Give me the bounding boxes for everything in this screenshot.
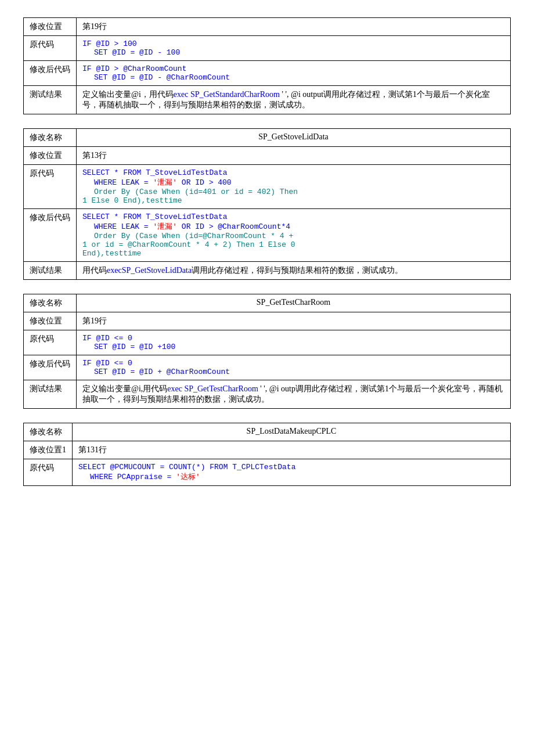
label-cell: 测试结果	[24, 380, 77, 409]
code-cell: IF @ID > 100SET @ID = @ID - 100	[77, 36, 511, 61]
section-table: 修改名称 SP_LostDataMakeupCPLC 修改位置1 第131行 原…	[23, 423, 511, 486]
label-cell: 原代码	[24, 459, 73, 486]
code-token: Order By (Case When (id=@CharRoomCount *…	[94, 232, 293, 240]
label-cell: 修改后代码	[24, 209, 77, 262]
code-row: 原代码 IF @ID <= 0SET @ID = @ID +100	[24, 330, 511, 355]
data-row: 测试结果 用代码execSP_GetStoveLidData调用此存储过程，得到…	[24, 262, 511, 280]
code-cell: IF @ID <= 0SET @ID = @ID +100	[77, 330, 511, 355]
label-cell: 修改名称	[24, 294, 77, 312]
code-token: SET @ID = @ID - @CharRoomCount	[94, 73, 230, 82]
title-cell: SP_LostDataMakeupCPLC	[73, 423, 511, 441]
code-token: '达标'	[176, 473, 200, 481]
title-cell: SP_GetTestCharRoom	[77, 294, 511, 312]
code-token: WHERE PCAppraise =	[90, 473, 176, 481]
code-token: OR ID > 400	[177, 178, 232, 187]
code-row: 修改后代码 IF @ID > @CharRoomCountSET @ID = @…	[24, 61, 511, 86]
title-row: 修改名称 SP_LostDataMakeupCPLC	[24, 423, 511, 441]
code-row: 原代码 IF @ID > 100SET @ID = @ID - 100	[24, 36, 511, 61]
code-token: WHERE LEAK =	[94, 178, 153, 187]
label-cell: 修改位置	[24, 18, 77, 36]
label-cell: 修改位置	[24, 147, 77, 165]
code-token: SELECT @PCMUCOUNT = COUNT(*) FROM T_CPLC…	[78, 463, 295, 471]
label-cell: 原代码	[24, 330, 77, 355]
value-cell: 用代码execSP_GetStoveLidData调用此存储过程，得到与预期结果…	[77, 262, 511, 280]
code-token: End),testtime	[82, 249, 141, 258]
label-cell: 修改名称	[24, 129, 77, 147]
section: 修改位置 第19行 原代码 IF @ID > 100SET @ID = @ID …	[23, 17, 511, 114]
label-cell: 原代码	[24, 165, 77, 209]
data-row: 测试结果 定义输出变量@i，用代码exec SP_GetStandardChar…	[24, 86, 511, 114]
code-token: Order By (Case When (id=401 or id = 402)…	[94, 188, 298, 196]
code-token: IF @ID <= 0	[82, 359, 132, 368]
code-row: 原代码 SELECT @PCMUCOUNT = COUNT(*) FROM T_…	[24, 459, 511, 486]
code-token: SET @ID = @ID - 100	[94, 48, 180, 57]
section-table: 修改名称 SP_GetTestCharRoom 修改位置 第19行 原代码 IF…	[23, 294, 511, 409]
code-token: IF @ID > @CharRoomCount	[82, 64, 186, 73]
label-cell: 修改位置	[24, 312, 77, 330]
title-row: 修改名称 SP_GetTestCharRoom	[24, 294, 511, 312]
code-cell: SELECT * FROM T_StoveLidTestDataWHERE LE…	[77, 165, 511, 209]
code-cell: SELECT * FROM T_StoveLidTestDataWHERE LE…	[77, 209, 511, 262]
code-token: OR ID > @CharRoomCount*4	[177, 222, 290, 231]
title-row: 修改名称 SP_GetStoveLidData	[24, 129, 511, 147]
label-cell: 修改名称	[24, 423, 73, 441]
code-cell: IF @ID > @CharRoomCountSET @ID = @ID - @…	[77, 61, 511, 86]
code-token: SELECT * FROM T_StoveLidTestData	[82, 213, 228, 221]
code-cell: IF @ID <= 0SET @ID = @ID + @CharRoomCoun…	[77, 355, 511, 380]
label-cell: 测试结果	[24, 86, 77, 114]
code-token: '泄漏'	[153, 222, 177, 231]
label-cell: 修改位置1	[24, 441, 73, 459]
value-cell: 定义输出变量@i，用代码exec SP_GetStandardCharRoom …	[77, 86, 511, 114]
data-row: 修改位置 第19行	[24, 312, 511, 330]
code-row: 原代码 SELECT * FROM T_StoveLidTestDataWHER…	[24, 165, 511, 209]
label-cell: 原代码	[24, 36, 77, 61]
label-cell: 修改后代码	[24, 61, 77, 86]
data-row: 修改位置 第19行	[24, 18, 511, 36]
code-cell: SELECT @PCMUCOUNT = COUNT(*) FROM T_CPLC…	[73, 459, 511, 486]
section-table: 修改位置 第19行 原代码 IF @ID > 100SET @ID = @ID …	[23, 17, 511, 114]
value-cell: 第19行	[77, 312, 511, 330]
title-cell: SP_GetStoveLidData	[77, 129, 511, 147]
data-row: 测试结果 定义输出变量@i,用代码exec SP_GetTestCharRoom…	[24, 380, 511, 409]
code-token: SET @ID = @ID +100	[94, 343, 175, 351]
code-token: SELECT * FROM T_StoveLidTestData	[82, 168, 228, 177]
code-row: 修改后代码 IF @ID <= 0SET @ID = @ID + @CharRo…	[24, 355, 511, 380]
code-token: SET @ID = @ID + @CharRoomCount	[94, 368, 230, 376]
value-cell: 定义输出变量@i,用代码exec SP_GetTestCharRoom ' ',…	[77, 380, 511, 409]
code-token: 1 or id = @CharRoomCount * 4 + 2) Then 1…	[82, 240, 295, 249]
highlight-span: execSP_GetStoveLidData	[107, 266, 192, 275]
data-row: 修改位置 第13行	[24, 147, 511, 165]
data-row: 修改位置1 第131行	[24, 441, 511, 459]
code-row: 修改后代码 SELECT * FROM T_StoveLidTestDataWH…	[24, 209, 511, 262]
highlight-span: exec SP_GetTestCharRoom	[167, 384, 258, 393]
code-token: IF @ID <= 0	[82, 334, 132, 343]
value-cell: 第19行	[77, 18, 511, 36]
section: 修改名称 SP_LostDataMakeupCPLC 修改位置1 第131行 原…	[23, 423, 511, 486]
highlight-span: exec SP_GetStandardCharRoom	[174, 90, 280, 99]
section: 修改名称 SP_GetStoveLidData 修改位置 第13行 原代码 SE…	[23, 128, 511, 280]
code-token: IF @ID > 100	[82, 39, 137, 48]
code-token: 1 Else 0 End),testtime	[82, 196, 182, 205]
section: 修改名称 SP_GetTestCharRoom 修改位置 第19行 原代码 IF…	[23, 294, 511, 409]
code-token: WHERE LEAK =	[94, 222, 153, 231]
value-cell: 第131行	[73, 441, 511, 459]
label-cell: 修改后代码	[24, 355, 77, 380]
code-token: '泄漏'	[153, 178, 177, 187]
section-table: 修改名称 SP_GetStoveLidData 修改位置 第13行 原代码 SE…	[23, 128, 511, 280]
label-cell: 测试结果	[24, 262, 77, 280]
value-cell: 第13行	[77, 147, 511, 165]
